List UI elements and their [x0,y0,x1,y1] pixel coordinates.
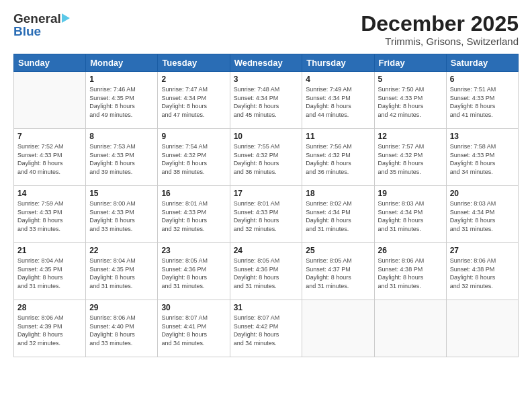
calendar-cell: 28Sunrise: 8:06 AMSunset: 4:39 PMDayligh… [14,300,86,357]
calendar-cell: 16Sunrise: 8:01 AMSunset: 4:33 PMDayligh… [158,186,230,243]
day-info: Sunrise: 7:48 AMSunset: 4:34 PMDaylight:… [234,85,299,119]
calendar-cell: 11Sunrise: 7:56 AMSunset: 4:32 PMDayligh… [302,129,374,186]
calendar-cell: 2Sunrise: 7:47 AMSunset: 4:34 PMDaylight… [158,72,230,129]
calendar-week-4: 21Sunrise: 8:04 AMSunset: 4:35 PMDayligh… [14,243,519,300]
calendar-cell: 22Sunrise: 8:04 AMSunset: 4:35 PMDayligh… [86,243,158,300]
calendar-cell: 27Sunrise: 8:06 AMSunset: 4:38 PMDayligh… [446,243,518,300]
calendar-week-3: 14Sunrise: 7:59 AMSunset: 4:33 PMDayligh… [14,186,519,243]
day-number: 9 [161,132,226,141]
logo: General Blue [13,12,70,38]
day-info: Sunrise: 7:57 AMSunset: 4:32 PMDaylight:… [378,142,443,176]
day-number: 15 [89,189,154,198]
day-number: 31 [234,303,299,312]
day-info: Sunrise: 7:59 AMSunset: 4:33 PMDaylight:… [17,199,82,233]
day-info: Sunrise: 8:04 AMSunset: 4:35 PMDaylight:… [89,257,154,290]
logo-blue: Blue [13,25,41,38]
day-info: Sunrise: 7:52 AMSunset: 4:33 PMDaylight:… [17,142,82,176]
day-number: 20 [450,189,515,198]
calendar-header-wednesday: Wednesday [230,54,302,72]
day-info: Sunrise: 7:53 AMSunset: 4:33 PMDaylight:… [89,142,154,176]
day-number: 13 [450,132,515,141]
day-info: Sunrise: 7:55 AMSunset: 4:32 PMDaylight:… [234,142,299,176]
calendar-week-1: 1Sunrise: 7:46 AMSunset: 4:35 PMDaylight… [14,72,519,129]
day-number: 4 [306,75,370,84]
day-number: 25 [306,246,370,255]
day-number: 28 [17,303,82,312]
day-number: 3 [234,75,299,84]
day-number: 16 [161,189,226,198]
calendar-cell: 24Sunrise: 8:05 AMSunset: 4:36 PMDayligh… [230,243,302,300]
calendar-cell: 15Sunrise: 8:00 AMSunset: 4:33 PMDayligh… [86,186,158,243]
calendar-cell: 12Sunrise: 7:57 AMSunset: 4:32 PMDayligh… [374,129,446,186]
calendar-header-tuesday: Tuesday [158,54,230,72]
day-info: Sunrise: 8:06 AMSunset: 4:40 PMDaylight:… [89,314,154,347]
day-info: Sunrise: 7:51 AMSunset: 4:33 PMDaylight:… [450,85,515,119]
day-number: 14 [17,189,82,198]
calendar-cell: 21Sunrise: 8:04 AMSunset: 4:35 PMDayligh… [14,243,86,300]
day-info: Sunrise: 8:02 AMSunset: 4:34 PMDaylight:… [306,199,370,233]
day-info: Sunrise: 8:05 AMSunset: 4:36 PMDaylight:… [234,257,299,290]
month-title: December 2025 [361,12,519,36]
day-number: 18 [306,189,370,198]
day-info: Sunrise: 7:46 AMSunset: 4:35 PMDaylight:… [89,85,154,119]
calendar-cell: 25Sunrise: 8:05 AMSunset: 4:37 PMDayligh… [302,243,374,300]
day-info: Sunrise: 7:56 AMSunset: 4:32 PMDaylight:… [306,142,370,176]
title-block: December 2025 Trimmis, Grisons, Switzerl… [361,12,519,47]
calendar-cell [14,72,86,129]
calendar-cell: 5Sunrise: 7:50 AMSunset: 4:33 PMDaylight… [374,72,446,129]
calendar-header-friday: Friday [374,54,446,72]
logo-icon [62,13,70,23]
calendar-cell: 20Sunrise: 8:03 AMSunset: 4:34 PMDayligh… [446,186,518,243]
calendar-cell: 4Sunrise: 7:49 AMSunset: 4:34 PMDaylight… [302,72,374,129]
day-number: 22 [89,246,154,255]
day-number: 11 [306,132,370,141]
calendar-cell: 3Sunrise: 7:48 AMSunset: 4:34 PMDaylight… [230,72,302,129]
calendar-header-row: SundayMondayTuesdayWednesdayThursdayFrid… [14,54,519,72]
day-info: Sunrise: 8:05 AMSunset: 4:37 PMDaylight:… [306,257,370,290]
calendar-cell: 6Sunrise: 7:51 AMSunset: 4:33 PMDaylight… [446,72,518,129]
day-info: Sunrise: 8:00 AMSunset: 4:33 PMDaylight:… [89,199,154,233]
calendar-cell: 30Sunrise: 8:07 AMSunset: 4:41 PMDayligh… [158,300,230,357]
day-info: Sunrise: 8:06 AMSunset: 4:38 PMDaylight:… [378,257,443,290]
day-number: 24 [234,246,299,255]
day-info: Sunrise: 8:06 AMSunset: 4:39 PMDaylight:… [17,314,82,347]
day-info: Sunrise: 7:58 AMSunset: 4:33 PMDaylight:… [450,142,515,176]
calendar-header-sunday: Sunday [14,54,86,72]
day-info: Sunrise: 8:01 AMSunset: 4:33 PMDaylight:… [161,199,226,233]
calendar-cell [374,300,446,357]
header: General Blue December 2025 Trimmis, Gris… [13,12,519,47]
calendar-cell: 9Sunrise: 7:54 AMSunset: 4:32 PMDaylight… [158,129,230,186]
calendar-table: SundayMondayTuesdayWednesdayThursdayFrid… [13,54,519,357]
day-info: Sunrise: 8:05 AMSunset: 4:36 PMDaylight:… [161,257,226,290]
day-number: 29 [89,303,154,312]
day-info: Sunrise: 8:04 AMSunset: 4:35 PMDaylight:… [17,257,82,290]
day-number: 26 [378,246,443,255]
day-info: Sunrise: 8:07 AMSunset: 4:41 PMDaylight:… [161,314,226,347]
day-number: 19 [378,189,443,198]
calendar-cell: 29Sunrise: 8:06 AMSunset: 4:40 PMDayligh… [86,300,158,357]
day-number: 30 [161,303,226,312]
calendar-cell: 1Sunrise: 7:46 AMSunset: 4:35 PMDaylight… [86,72,158,129]
calendar-header-saturday: Saturday [446,54,518,72]
day-number: 6 [450,75,515,84]
calendar-cell: 7Sunrise: 7:52 AMSunset: 4:33 PMDaylight… [14,129,86,186]
calendar-cell: 26Sunrise: 8:06 AMSunset: 4:38 PMDayligh… [374,243,446,300]
day-info: Sunrise: 7:49 AMSunset: 4:34 PMDaylight:… [306,85,370,119]
day-number: 12 [378,132,443,141]
calendar-cell: 14Sunrise: 7:59 AMSunset: 4:33 PMDayligh… [14,186,86,243]
page: General Blue December 2025 Trimmis, Gris… [0,0,532,411]
calendar-header-monday: Monday [86,54,158,72]
day-info: Sunrise: 7:47 AMSunset: 4:34 PMDaylight:… [161,85,226,119]
calendar-cell: 18Sunrise: 8:02 AMSunset: 4:34 PMDayligh… [302,186,374,243]
calendar-cell [302,300,374,357]
calendar-week-5: 28Sunrise: 8:06 AMSunset: 4:39 PMDayligh… [14,300,519,357]
day-number: 17 [234,189,299,198]
day-number: 2 [161,75,226,84]
day-info: Sunrise: 7:50 AMSunset: 4:33 PMDaylight:… [378,85,443,119]
day-info: Sunrise: 8:03 AMSunset: 4:34 PMDaylight:… [450,199,515,233]
day-number: 27 [450,246,515,255]
day-info: Sunrise: 8:03 AMSunset: 4:34 PMDaylight:… [378,199,443,233]
calendar-cell: 17Sunrise: 8:01 AMSunset: 4:33 PMDayligh… [230,186,302,243]
day-info: Sunrise: 7:54 AMSunset: 4:32 PMDaylight:… [161,142,226,176]
calendar-cell [446,300,518,357]
